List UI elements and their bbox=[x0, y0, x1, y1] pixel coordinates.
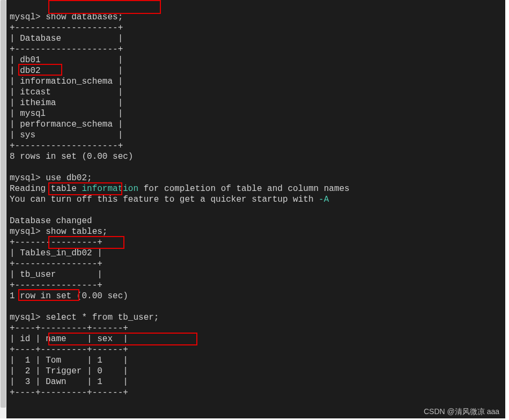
tb-border: +----------------+ bbox=[10, 238, 102, 247]
sel-border: +----+---------+------+ bbox=[10, 323, 128, 333]
db-row: | itcast | bbox=[10, 87, 123, 97]
reading-msg: for completion of table and column names bbox=[138, 184, 350, 194]
reading-keyword: information bbox=[82, 184, 138, 194]
sel-row: | 3 | Dawn | 1 | bbox=[10, 377, 128, 387]
db-row: | itheima | bbox=[10, 98, 123, 108]
prompt: mysql> bbox=[10, 313, 41, 322]
cmd-show-tables: show tables; bbox=[46, 227, 107, 237]
reading-msg: Reading table bbox=[10, 184, 82, 194]
sel-header: | id | name | sex | bbox=[10, 334, 128, 344]
cmd-show-databases: show databases; bbox=[46, 12, 123, 22]
reading-msg: You can turn off this feature to get a q… bbox=[10, 195, 319, 204]
tb-row: | tb_user | bbox=[10, 270, 102, 279]
prompt: mysql> bbox=[10, 173, 41, 183]
prompt: mysql> bbox=[10, 227, 41, 237]
db-row: | sys | bbox=[10, 130, 123, 140]
tb-border: +----------------+ bbox=[10, 259, 102, 269]
tb-border: +----------------+ bbox=[10, 281, 102, 290]
db-border: +--------------------+ bbox=[10, 141, 123, 151]
db-border: +--------------------+ bbox=[10, 45, 123, 54]
db-row: | information_schema | bbox=[10, 77, 123, 86]
reading-flag: -A bbox=[319, 195, 329, 204]
sel-row: | 1 | Tom | 1 | bbox=[10, 356, 128, 365]
sel-border: +----+---------+------+ bbox=[10, 345, 128, 355]
db-row: | db01 | bbox=[10, 55, 123, 65]
db-row: | db02 | bbox=[10, 66, 123, 76]
db-changed: Database changed bbox=[10, 216, 92, 226]
prompt: mysql> bbox=[10, 12, 41, 22]
db-summary: 8 rows in set (0.00 sec) bbox=[10, 152, 133, 161]
db-row: | performance_schema | bbox=[10, 120, 123, 129]
tb-summary: 1 row in set (0.00 sec) bbox=[10, 291, 128, 301]
tb-header: | Tables_in_db02 | bbox=[10, 248, 102, 258]
db-row: | mysql | bbox=[10, 109, 123, 119]
cmd-use-db02: use db02; bbox=[46, 173, 92, 183]
db-header: | Database | bbox=[10, 34, 123, 43]
terminal-output: mysql> show databases; +----------------… bbox=[6, 0, 505, 418]
sel-row: | 2 | Trigger | 0 | bbox=[10, 366, 128, 376]
sel-border: +----+---------+------+ bbox=[10, 388, 128, 397]
db-border: +--------------------+ bbox=[10, 23, 123, 33]
watermark: CSDN @清风微凉 aaa bbox=[424, 407, 499, 417]
cmd-select: select * from tb_user; bbox=[46, 313, 159, 322]
scrollbar-thumb[interactable] bbox=[1, 0, 6, 408]
